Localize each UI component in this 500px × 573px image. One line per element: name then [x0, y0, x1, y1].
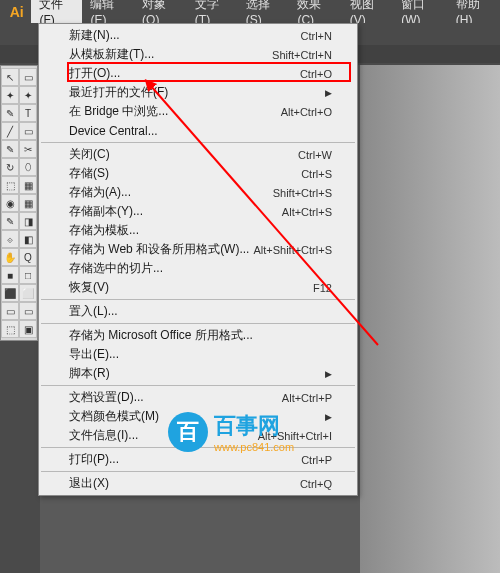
menu-separator — [41, 142, 355, 143]
menu-item-label: 存储为 Microsoft Office 所用格式... — [69, 327, 253, 344]
menu-item-label: 存储为模板... — [69, 222, 139, 239]
menu-item-shortcut: Alt+Ctrl+S — [282, 206, 332, 218]
tool-button[interactable]: T — [19, 104, 37, 122]
watermark-badge: 百 — [168, 412, 208, 452]
tool-button[interactable]: ⟐ — [1, 230, 19, 248]
watermark: 百 百事网 www.pc841.com — [168, 411, 294, 453]
menubar: Ai 文件(F)编辑(E)对象(O)文字(T)选择(S)效果(C)视图(V)窗口… — [0, 0, 500, 23]
tool-button[interactable]: ✦ — [1, 86, 19, 104]
tool-button[interactable]: ◨ — [19, 212, 37, 230]
menu-item-label: 存储为 Web 和设备所用格式(W)... — [69, 241, 249, 258]
menu-item-shortcut: Ctrl+W — [298, 149, 332, 161]
tool-button[interactable]: ╱ — [1, 122, 19, 140]
tool-button[interactable]: ↖ — [1, 68, 19, 86]
tool-button[interactable]: ▦ — [19, 176, 37, 194]
tool-button[interactable]: ⬯ — [19, 158, 37, 176]
tool-button[interactable]: ▭ — [1, 302, 19, 320]
tool-button[interactable]: □ — [19, 266, 37, 284]
tool-button[interactable]: ▭ — [19, 122, 37, 140]
menu-item[interactable]: 存储为 Web 和设备所用格式(W)...Alt+Shift+Ctrl+S — [39, 240, 357, 259]
menu-item-shortcut: Alt+Shift+Ctrl+S — [253, 244, 332, 256]
menu-item[interactable]: 新建(N)...Ctrl+N — [39, 26, 357, 45]
menu-separator — [41, 299, 355, 300]
tool-button[interactable]: ⬚ — [1, 320, 19, 338]
menu-tab[interactable]: 编辑(E) — [82, 0, 134, 23]
canvas — [360, 65, 500, 573]
tool-button[interactable]: ⬜ — [19, 284, 37, 302]
menu-tab[interactable]: 选择(S) — [238, 0, 290, 23]
tool-button[interactable]: ✋ — [1, 248, 19, 266]
menu-item-shortcut: Shift+Ctrl+N — [272, 49, 332, 61]
tool-button[interactable]: ◧ — [19, 230, 37, 248]
menu-item[interactable]: 脚本(R)▶ — [39, 364, 357, 383]
menu-item-label: 存储为(A)... — [69, 184, 131, 201]
menu-item-label: 脚本(R) — [69, 365, 110, 382]
menu-item[interactable]: 打开(O)...Ctrl+O — [39, 64, 357, 83]
menu-item-shortcut: Ctrl+O — [300, 68, 332, 80]
tool-button[interactable]: ▦ — [19, 194, 37, 212]
menu-separator — [41, 471, 355, 472]
menu-item[interactable]: 置入(L)... — [39, 302, 357, 321]
menu-item[interactable]: 导出(E)... — [39, 345, 357, 364]
menu-item[interactable]: 退出(X)Ctrl+Q — [39, 474, 357, 493]
submenu-arrow-icon: ▶ — [325, 88, 332, 98]
menu-item[interactable]: 存储选中的切片... — [39, 259, 357, 278]
menu-tab[interactable]: 窗口(W) — [393, 0, 448, 23]
menu-item-label: 文档设置(D)... — [69, 389, 144, 406]
menu-item[interactable]: 存储为模板... — [39, 221, 357, 240]
menu-tab[interactable]: 效果(C) — [289, 0, 341, 23]
menu-item[interactable]: 恢复(V)F12 — [39, 278, 357, 297]
menu-item-label: 导出(E)... — [69, 346, 119, 363]
tool-button[interactable]: ◉ — [1, 194, 19, 212]
menu-item-shortcut: Ctrl+S — [301, 168, 332, 180]
tool-button[interactable]: ✦ — [19, 86, 37, 104]
menu-separator — [41, 385, 355, 386]
tool-button[interactable]: ✎ — [1, 140, 19, 158]
menu-item-shortcut: Alt+Ctrl+P — [282, 392, 332, 404]
tool-button[interactable]: ⬚ — [1, 176, 19, 194]
menu-item-label: 关闭(C) — [69, 146, 110, 163]
menu-separator — [41, 323, 355, 324]
menu-item-label: 最近打开的文件(F) — [69, 84, 168, 101]
menu-item-label: 置入(L)... — [69, 303, 118, 320]
menu-item[interactable]: 在 Bridge 中浏览...Alt+Ctrl+O — [39, 102, 357, 121]
menu-item-shortcut: Shift+Ctrl+S — [273, 187, 332, 199]
watermark-url: www.pc841.com — [214, 441, 294, 453]
tool-button[interactable]: Q — [19, 248, 37, 266]
watermark-title: 百事网 — [214, 411, 294, 441]
submenu-arrow-icon: ▶ — [325, 412, 332, 422]
tool-button[interactable]: ■ — [1, 266, 19, 284]
menu-item-label: 打开(O)... — [69, 65, 120, 82]
menu-tab[interactable]: 视图(V) — [342, 0, 394, 23]
menu-tab[interactable]: 文件(F) — [31, 0, 82, 23]
menu-tab[interactable]: 帮助(H) — [448, 0, 500, 23]
menu-item-shortcut: Ctrl+N — [301, 30, 332, 42]
tool-button[interactable]: ▣ — [19, 320, 37, 338]
menu-item[interactable]: 最近打开的文件(F)▶ — [39, 83, 357, 102]
tool-button[interactable]: ▭ — [19, 302, 37, 320]
menu-item-label: 恢复(V) — [69, 279, 109, 296]
menu-item[interactable]: Device Central... — [39, 121, 357, 140]
tool-button[interactable]: ⬛ — [1, 284, 19, 302]
tool-button[interactable]: ✎ — [1, 212, 19, 230]
menu-item-label: Device Central... — [69, 124, 158, 138]
submenu-arrow-icon: ▶ — [325, 369, 332, 379]
menu-item-label: 文档颜色模式(M) — [69, 408, 159, 425]
menu-item[interactable]: 关闭(C)Ctrl+W — [39, 145, 357, 164]
menu-item-label: 新建(N)... — [69, 27, 120, 44]
menu-item-label: 存储(S) — [69, 165, 109, 182]
tool-button[interactable]: ✂ — [19, 140, 37, 158]
menu-item-shortcut: F12 — [313, 282, 332, 294]
tool-button[interactable]: ▭ — [19, 68, 37, 86]
tool-button[interactable]: ✎ — [1, 104, 19, 122]
menu-item-label: 在 Bridge 中浏览... — [69, 103, 168, 120]
menu-item[interactable]: 存储为 Microsoft Office 所用格式... — [39, 326, 357, 345]
menu-item[interactable]: 从模板新建(T)...Shift+Ctrl+N — [39, 45, 357, 64]
menu-item[interactable]: 存储副本(Y)...Alt+Ctrl+S — [39, 202, 357, 221]
menu-item[interactable]: 文档设置(D)...Alt+Ctrl+P — [39, 388, 357, 407]
menu-item[interactable]: 存储为(A)...Shift+Ctrl+S — [39, 183, 357, 202]
menu-tab[interactable]: 对象(O) — [134, 0, 187, 23]
tool-button[interactable]: ↻ — [1, 158, 19, 176]
menu-item[interactable]: 存储(S)Ctrl+S — [39, 164, 357, 183]
menu-tab[interactable]: 文字(T) — [187, 0, 238, 23]
